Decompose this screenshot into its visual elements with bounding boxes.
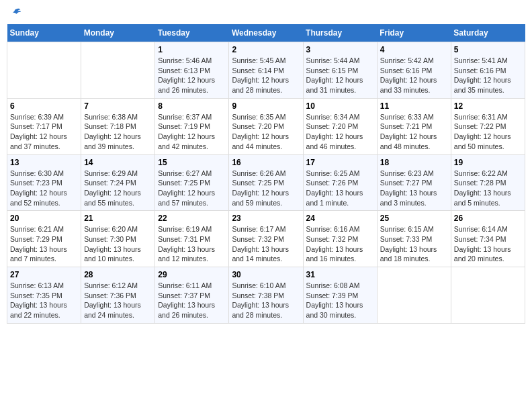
day-info: Sunrise: 5:45 AM Sunset: 6:14 PM Dayligh… — [232, 56, 300, 95]
day-info: Sunrise: 6:35 AM Sunset: 7:20 PM Dayligh… — [232, 112, 300, 152]
day-number: 27 — [10, 270, 78, 279]
calendar-cell: 2Sunrise: 5:45 AM Sunset: 6:14 PM Daylig… — [229, 42, 303, 99]
day-number: 10 — [306, 101, 374, 111]
day-number: 21 — [84, 214, 152, 223]
day-info: Sunrise: 6:20 AM Sunset: 7:30 PM Dayligh… — [84, 224, 152, 264]
day-header-thursday: Thursday — [303, 24, 377, 42]
day-info: Sunrise: 6:23 AM Sunset: 7:27 PM Dayligh… — [380, 169, 448, 208]
day-info: Sunrise: 6:10 AM Sunset: 7:38 PM Dayligh… — [232, 281, 300, 320]
calendar-cell: 5Sunrise: 5:41 AM Sunset: 6:16 PM Daylig… — [451, 42, 525, 99]
day-number: 25 — [380, 214, 448, 223]
calendar-cell: 1Sunrise: 5:46 AM Sunset: 6:13 PM Daylig… — [155, 42, 229, 99]
day-number: 24 — [306, 214, 374, 223]
calendar-cell: 7Sunrise: 6:38 AM Sunset: 7:18 PM Daylig… — [81, 98, 155, 154]
calendar-week-row: 20Sunrise: 6:21 AM Sunset: 7:29 PM Dayli… — [7, 211, 525, 267]
day-number: 8 — [158, 101, 226, 111]
calendar-cell — [7, 42, 81, 99]
day-info: Sunrise: 6:21 AM Sunset: 7:29 PM Dayligh… — [10, 224, 78, 264]
day-header-monday: Monday — [81, 24, 155, 42]
calendar-cell: 10Sunrise: 6:34 AM Sunset: 7:20 PM Dayli… — [303, 98, 377, 154]
calendar-week-row: 6Sunrise: 6:39 AM Sunset: 7:17 PM Daylig… — [7, 98, 525, 154]
day-number: 19 — [454, 158, 522, 167]
day-info: Sunrise: 6:22 AM Sunset: 7:28 PM Dayligh… — [454, 169, 522, 208]
calendar-cell: 18Sunrise: 6:23 AM Sunset: 7:27 PM Dayli… — [377, 154, 451, 211]
day-info: Sunrise: 6:17 AM Sunset: 7:32 PM Dayligh… — [232, 224, 300, 264]
header — [7, 7, 525, 20]
calendar-cell: 20Sunrise: 6:21 AM Sunset: 7:29 PM Dayli… — [7, 211, 81, 267]
day-info: Sunrise: 5:46 AM Sunset: 6:13 PM Dayligh… — [158, 56, 226, 95]
day-info: Sunrise: 6:33 AM Sunset: 7:21 PM Dayligh… — [380, 112, 448, 152]
day-info: Sunrise: 5:41 AM Sunset: 6:16 PM Dayligh… — [454, 56, 522, 95]
day-number: 28 — [84, 270, 152, 279]
day-number: 7 — [84, 101, 152, 111]
day-number: 20 — [10, 214, 78, 223]
logo-bird-icon — [8, 7, 21, 20]
day-number: 22 — [158, 214, 226, 223]
day-number: 12 — [454, 101, 522, 111]
day-number: 5 — [454, 45, 522, 54]
calendar-cell — [81, 42, 155, 99]
day-number: 6 — [10, 101, 78, 111]
calendar-cell: 29Sunrise: 6:11 AM Sunset: 7:37 PM Dayli… — [155, 267, 229, 324]
day-info: Sunrise: 6:29 AM Sunset: 7:24 PM Dayligh… — [84, 169, 152, 208]
calendar-cell: 27Sunrise: 6:13 AM Sunset: 7:35 PM Dayli… — [7, 267, 81, 324]
day-number: 4 — [380, 45, 448, 54]
calendar-cell — [377, 267, 451, 324]
calendar-cell: 24Sunrise: 6:16 AM Sunset: 7:32 PM Dayli… — [303, 211, 377, 267]
day-header-sunday: Sunday — [7, 24, 81, 42]
day-number: 15 — [158, 158, 226, 167]
day-number: 13 — [10, 158, 78, 167]
day-info: Sunrise: 6:14 AM Sunset: 7:34 PM Dayligh… — [454, 224, 522, 264]
day-info: Sunrise: 6:13 AM Sunset: 7:35 PM Dayligh… — [10, 281, 78, 320]
day-number: 3 — [306, 45, 374, 54]
calendar-week-row: 1Sunrise: 5:46 AM Sunset: 6:13 PM Daylig… — [7, 42, 525, 99]
calendar-cell: 21Sunrise: 6:20 AM Sunset: 7:30 PM Dayli… — [81, 211, 155, 267]
day-number: 26 — [454, 214, 522, 223]
day-number: 30 — [232, 270, 300, 279]
calendar-cell: 12Sunrise: 6:31 AM Sunset: 7:22 PM Dayli… — [451, 98, 525, 154]
calendar-cell: 22Sunrise: 6:19 AM Sunset: 7:31 PM Dayli… — [155, 211, 229, 267]
calendar-week-row: 27Sunrise: 6:13 AM Sunset: 7:35 PM Dayli… — [7, 267, 525, 324]
day-info: Sunrise: 6:37 AM Sunset: 7:19 PM Dayligh… — [158, 112, 226, 152]
calendar-cell: 17Sunrise: 6:25 AM Sunset: 7:26 PM Dayli… — [303, 154, 377, 211]
calendar-cell: 19Sunrise: 6:22 AM Sunset: 7:28 PM Dayli… — [451, 154, 525, 211]
day-info: Sunrise: 6:27 AM Sunset: 7:25 PM Dayligh… — [158, 169, 226, 208]
day-header-saturday: Saturday — [451, 24, 525, 42]
calendar-cell: 28Sunrise: 6:12 AM Sunset: 7:36 PM Dayli… — [81, 267, 155, 324]
calendar-cell: 15Sunrise: 6:27 AM Sunset: 7:25 PM Dayli… — [155, 154, 229, 211]
day-number: 11 — [380, 101, 448, 111]
calendar-cell: 9Sunrise: 6:35 AM Sunset: 7:20 PM Daylig… — [229, 98, 303, 154]
day-info: Sunrise: 6:31 AM Sunset: 7:22 PM Dayligh… — [454, 112, 522, 152]
logo — [7, 7, 21, 20]
day-info: Sunrise: 6:08 AM Sunset: 7:39 PM Dayligh… — [306, 281, 374, 320]
day-number: 31 — [306, 270, 374, 279]
day-number: 16 — [232, 158, 300, 167]
day-number: 23 — [232, 214, 300, 223]
calendar-cell: 4Sunrise: 5:42 AM Sunset: 6:16 PM Daylig… — [377, 42, 451, 99]
day-info: Sunrise: 6:34 AM Sunset: 7:20 PM Dayligh… — [306, 112, 374, 152]
day-header-tuesday: Tuesday — [155, 24, 229, 42]
day-info: Sunrise: 6:19 AM Sunset: 7:31 PM Dayligh… — [158, 224, 226, 264]
day-info: Sunrise: 5:42 AM Sunset: 6:16 PM Dayligh… — [380, 56, 448, 95]
day-info: Sunrise: 6:38 AM Sunset: 7:18 PM Dayligh… — [84, 112, 152, 152]
day-number: 18 — [380, 158, 448, 167]
day-info: Sunrise: 5:44 AM Sunset: 6:15 PM Dayligh… — [306, 56, 374, 95]
calendar-cell: 23Sunrise: 6:17 AM Sunset: 7:32 PM Dayli… — [229, 211, 303, 267]
calendar-cell: 13Sunrise: 6:30 AM Sunset: 7:23 PM Dayli… — [7, 154, 81, 211]
calendar-table: SundayMondayTuesdayWednesdayThursdayFrid… — [7, 24, 525, 324]
day-info: Sunrise: 6:26 AM Sunset: 7:25 PM Dayligh… — [232, 169, 300, 208]
day-number: 29 — [158, 270, 226, 279]
calendar-header-row: SundayMondayTuesdayWednesdayThursdayFrid… — [7, 24, 525, 42]
day-info: Sunrise: 6:39 AM Sunset: 7:17 PM Dayligh… — [10, 112, 78, 152]
day-info: Sunrise: 6:25 AM Sunset: 7:26 PM Dayligh… — [306, 169, 374, 208]
calendar-cell: 25Sunrise: 6:15 AM Sunset: 7:33 PM Dayli… — [377, 211, 451, 267]
calendar-cell: 6Sunrise: 6:39 AM Sunset: 7:17 PM Daylig… — [7, 98, 81, 154]
calendar-cell: 3Sunrise: 5:44 AM Sunset: 6:15 PM Daylig… — [303, 42, 377, 99]
calendar-cell: 8Sunrise: 6:37 AM Sunset: 7:19 PM Daylig… — [155, 98, 229, 154]
calendar-cell: 11Sunrise: 6:33 AM Sunset: 7:21 PM Dayli… — [377, 98, 451, 154]
calendar-cell: 31Sunrise: 6:08 AM Sunset: 7:39 PM Dayli… — [303, 267, 377, 324]
calendar-cell: 26Sunrise: 6:14 AM Sunset: 7:34 PM Dayli… — [451, 211, 525, 267]
day-number: 17 — [306, 158, 374, 167]
calendar-cell: 30Sunrise: 6:10 AM Sunset: 7:38 PM Dayli… — [229, 267, 303, 324]
day-header-wednesday: Wednesday — [229, 24, 303, 42]
